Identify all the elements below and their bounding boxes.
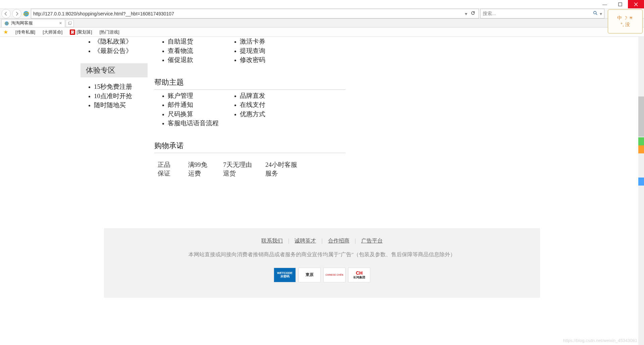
svg-point-5 (594, 11, 596, 14)
list-item[interactable]: 邮件通知 (168, 100, 226, 110)
list-item[interactable]: 催促退款 (168, 55, 226, 65)
svg-point-7 (5, 21, 9, 25)
ie-logo-icon (23, 10, 30, 17)
footer-logo-ch[interactable]: CH 长鸿集团 (348, 268, 370, 282)
search-dropdown-icon[interactable]: ▾ (600, 11, 602, 16)
page-footer: 联系我们 | 诚聘英才 | 合作招商 | 广告平台 本网站直接或间接向消费者推销… (104, 228, 540, 298)
ime-line1: 中 ☽ ☀ (617, 15, 633, 21)
list-item[interactable]: 品牌直发 (240, 91, 299, 100)
bookmark-item[interactable]: 聚[聚划算] (70, 29, 92, 35)
refresh-icon (471, 11, 475, 15)
url-dropdown-icon[interactable]: ▾ (465, 11, 467, 16)
scrollbar-thumb[interactable] (638, 96, 644, 137)
list-item[interactable]: 账户管理 (168, 91, 226, 100)
list-item[interactable]: 10点准时开抢 (94, 91, 148, 101)
shopping-promise-title: 购物承诺 (154, 141, 345, 153)
promise-item: 24小时客服服务 (265, 160, 299, 178)
ju-badge-icon: 聚 (70, 29, 75, 35)
scrollbar-marker (638, 145, 644, 153)
search-box[interactable]: 搜索... ▾ (480, 9, 604, 18)
footer-logo-dongyuan[interactable]: 東原 (299, 268, 321, 282)
new-tab-button[interactable] (66, 20, 74, 27)
list-item[interactable]: 《隐私政策》 (94, 37, 148, 46)
url-text: http://127.0.0.1:8020/shopping/service.h… (33, 11, 174, 16)
bookmark-item[interactable]: [大师算命] (43, 29, 62, 35)
footer-logos: WETCODE 水密码 東原 CHINESE CHÉN CH 长鸿集团 (104, 268, 540, 282)
selfservice-list: 自助退货 查看物流 催促退款 (154, 37, 226, 65)
promise-item: 正品保证 (158, 160, 177, 178)
tab-favicon-icon (4, 21, 9, 26)
list-item[interactable]: 优惠方式 (240, 110, 299, 119)
arrow-left-icon (4, 11, 8, 16)
footer-logo-wetcode[interactable]: WETCODE 水密码 (274, 268, 296, 282)
window-minimize-button[interactable]: ― (597, 0, 612, 8)
maximize-icon (618, 2, 622, 6)
vertical-scrollbar[interactable] (638, 37, 644, 345)
footer-sep: | (288, 238, 289, 244)
footer-sep: | (321, 238, 322, 244)
sidebar-policy-list: 《隐私政策》 《最新公告》 (80, 37, 148, 55)
list-item[interactable]: 《最新公告》 (94, 46, 148, 56)
help-topics-left-list: 账户管理 邮件通知 尺码换算 客服电话语音流程 (154, 91, 226, 128)
refresh-button[interactable] (469, 11, 477, 16)
sidebar-experience-list: 15秒免费注册 10点准时开抢 随时随地买 (80, 82, 148, 110)
address-bar[interactable]: http://127.0.0.1:8020/shopping/service.h… (31, 9, 479, 18)
forward-button[interactable] (12, 9, 21, 18)
browser-nav-row: http://127.0.0.1:8020/shopping/service.h… (0, 9, 644, 19)
promise-item: 满99免运费 (188, 160, 212, 178)
list-item[interactable]: 激活卡券 (240, 37, 299, 46)
list-item[interactable]: 在线支付 (240, 100, 299, 110)
window-close-button[interactable] (628, 0, 644, 8)
window-maximize-button[interactable] (612, 0, 628, 8)
favorites-star-icon[interactable]: ★ (3, 29, 8, 35)
footer-disclaimer: 本网站直接或间接向消费者推销商品或者服务的商业宣传均属于"广告"（包装及参数、售… (104, 251, 540, 258)
list-item[interactable]: 尺码换算 (168, 110, 226, 119)
ime-line2: °, 没 (621, 21, 630, 28)
svg-rect-0 (619, 3, 622, 6)
tab-strip: 淘淘网客服 ✕ (0, 19, 644, 27)
shopping-promise-row: 正品保证 满99免运费 7天无理由退货 24小时客服服务 (154, 160, 299, 178)
footer-link-jobs[interactable]: 诚聘英才 (294, 238, 316, 244)
list-item[interactable]: 随时随地买 (94, 100, 148, 110)
promise-item: 7天无理由退货 (223, 160, 254, 178)
browser-tab[interactable]: 淘淘网客服 ✕ (1, 19, 65, 27)
list-item[interactable]: 提现查询 (240, 46, 299, 56)
scrollbar-marker (638, 178, 644, 186)
bookmark-item[interactable]: [热门游戏] (100, 29, 119, 35)
tab-title: 淘淘网客服 (11, 20, 33, 26)
watermark-text: https://blog.csdn.net/weixin_45343081 (563, 338, 637, 343)
bookmark-bar: ★ [传奇私服] [大师算命] 聚[聚划算] [热门游戏] (0, 27, 644, 37)
arrow-right-icon (14, 11, 19, 16)
help-topics-right-list: 品牌直发 在线支付 优惠方式 (226, 91, 299, 128)
list-item[interactable]: 自助退货 (168, 37, 226, 46)
bookmark-item[interactable]: [传奇私服] (15, 29, 35, 35)
search-icon[interactable] (593, 11, 598, 16)
footer-link-ads[interactable]: 广告平台 (361, 238, 383, 244)
footer-sep: | (355, 238, 356, 244)
close-icon (634, 2, 638, 6)
list-item[interactable]: 15秒免费注册 (94, 82, 148, 91)
ime-floating-widget[interactable]: 中 ☽ ☀ °, 没 (608, 9, 643, 33)
list-item[interactable]: 客服电话语音流程 (168, 119, 226, 128)
help-topics-title: 帮助主题 (154, 77, 345, 90)
list-item[interactable]: 修改密码 (240, 55, 299, 65)
window-titlebar: ― (0, 0, 644, 9)
list-item[interactable]: 查看物流 (168, 46, 226, 56)
new-tab-icon (68, 21, 72, 25)
svg-line-6 (596, 14, 597, 15)
back-button[interactable] (1, 9, 11, 18)
svg-rect-10 (69, 22, 71, 24)
sidebar-experience-header: 体验专区 (80, 63, 148, 77)
search-placeholder: 搜索... (483, 11, 496, 17)
footer-logo-cnchn[interactable]: CHINESE CHÉN (323, 268, 345, 282)
footer-link-partner[interactable]: 合作招商 (328, 238, 350, 244)
scrollbar-marker (638, 137, 644, 145)
account-ops-list: 激活卡券 提现查询 修改密码 (226, 37, 299, 65)
footer-links: 联系我们 | 诚聘英才 | 合作招商 | 广告平台 (104, 237, 540, 245)
tab-close-button[interactable]: ✕ (59, 21, 62, 25)
footer-link-contact[interactable]: 联系我们 (261, 238, 283, 244)
